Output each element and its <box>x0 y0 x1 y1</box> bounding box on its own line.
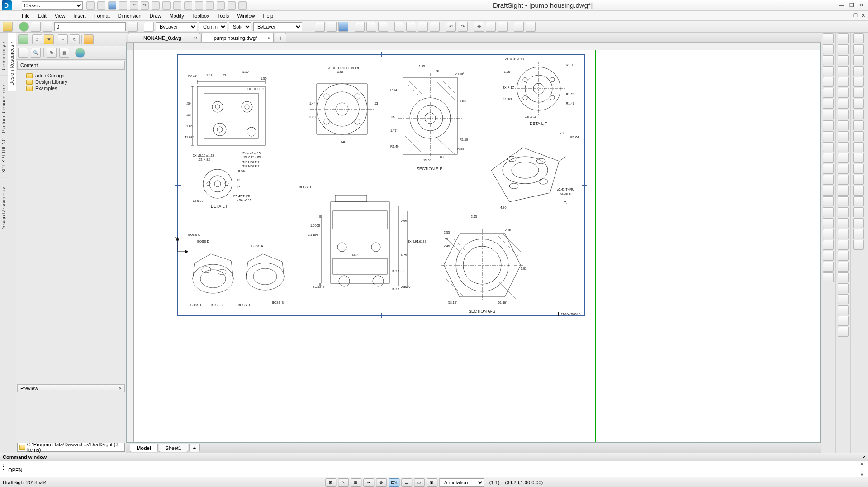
tb-properties-icon[interactable] <box>514 22 524 32</box>
dimtedit-icon[interactable] <box>853 218 864 228</box>
linecolor-select[interactable]: ByLayer <box>253 22 302 31</box>
jogline-icon[interactable] <box>853 196 864 206</box>
dim-icon[interactable] <box>206 1 214 10</box>
dimupdate-icon[interactable] <box>853 229 864 239</box>
dimstyle-icon[interactable] <box>853 240 864 250</box>
align-icon[interactable] <box>838 251 849 261</box>
menu-insert[interactable]: Insert <box>70 12 90 19</box>
layer-visible-icon[interactable] <box>19 22 29 32</box>
misc4-icon[interactable] <box>838 327 849 337</box>
layer-manager-icon[interactable] <box>3 22 13 32</box>
sheet-tab-model[interactable]: Model <box>130 444 158 452</box>
tb-redo-icon[interactable]: ↷ <box>458 22 468 32</box>
side-search-icon[interactable]: 🔍 <box>31 48 41 58</box>
side-favorites-icon[interactable]: ★ <box>44 34 54 44</box>
options-icon[interactable] <box>238 1 247 10</box>
break-icon[interactable] <box>838 153 849 163</box>
rectangle-icon[interactable] <box>823 66 834 76</box>
menu-window[interactable]: Window <box>233 12 258 19</box>
tb-print-icon[interactable] <box>355 22 365 32</box>
hatch-icon[interactable] <box>823 164 834 174</box>
status-snap-icon[interactable]: ⊞ <box>325 478 336 487</box>
side-home-icon[interactable] <box>18 34 28 44</box>
path-bar[interactable]: C:\ProgramData\Dassaul...s\DraftSight (3… <box>17 443 125 452</box>
layer-frozen-icon[interactable] <box>31 22 41 32</box>
insertblock-icon[interactable] <box>823 142 834 152</box>
save-icon[interactable] <box>108 1 116 10</box>
status-ortho-icon[interactable]: ⇥ <box>363 478 374 487</box>
gradient-icon[interactable] <box>823 175 834 185</box>
editspline-icon[interactable] <box>838 229 849 239</box>
erase-icon[interactable] <box>152 1 160 10</box>
dim-diameter-icon[interactable] <box>853 99 864 109</box>
tb-pan-icon[interactable]: ✥ <box>474 22 484 32</box>
command-close-icon[interactable]: × <box>863 454 865 460</box>
tb-pagelayout-icon[interactable] <box>378 22 388 32</box>
tb-cut-icon[interactable] <box>394 22 404 32</box>
maximize-button[interactable]: ❐ <box>849 2 854 8</box>
new-tab-button[interactable]: + <box>275 33 286 42</box>
dim-continue-icon[interactable] <box>853 131 864 141</box>
tb-copy-icon[interactable] <box>406 22 416 32</box>
status-grid-icon[interactable]: ▦ <box>351 478 361 487</box>
centermark-icon[interactable] <box>853 175 864 185</box>
menu-toolbox[interactable]: Toolbox <box>189 12 213 19</box>
layer-name-input[interactable] <box>54 22 126 31</box>
menu-edit[interactable]: Edit <box>34 12 50 19</box>
mirror-icon[interactable] <box>838 55 849 65</box>
tb-matchprops-icon[interactable] <box>430 22 440 32</box>
polyline-icon[interactable] <box>823 44 834 54</box>
tb-undo-icon[interactable]: ↶ <box>446 22 456 32</box>
dim-jogged-icon[interactable] <box>853 88 864 98</box>
block-icon[interactable] <box>195 1 203 10</box>
menu-format[interactable]: Format <box>90 12 114 19</box>
xline-icon[interactable] <box>823 251 834 261</box>
menu-modify[interactable]: Modify <box>166 12 187 19</box>
ellipsearc-icon[interactable] <box>823 131 834 141</box>
tab-close-icon[interactable]: × <box>194 35 197 41</box>
doc-tab-noname[interactable]: NONAME_0.dwg × <box>128 33 200 42</box>
color-swatch-icon[interactable] <box>144 22 154 32</box>
arc-icon[interactable] <box>823 77 834 87</box>
dim-break-icon[interactable] <box>853 153 864 163</box>
open-icon[interactable] <box>97 1 105 10</box>
line-icon[interactable] <box>823 33 834 43</box>
ray-icon[interactable] <box>823 240 834 250</box>
point-icon[interactable] <box>823 229 834 239</box>
spline-icon[interactable] <box>823 110 834 119</box>
tb-references-icon[interactable] <box>526 22 536 32</box>
tab-community[interactable]: Community× <box>0 33 8 76</box>
misc2-icon[interactable] <box>838 305 849 315</box>
dim-linear-icon[interactable] <box>853 33 864 43</box>
tb-new-icon[interactable] <box>315 22 325 32</box>
status-model-icon[interactable]: ▣ <box>427 478 437 487</box>
redo-icon[interactable]: ↷ <box>141 1 149 10</box>
circle-icon[interactable] <box>823 88 834 98</box>
scroll-down-icon[interactable]: ▼ <box>860 473 867 477</box>
chamfer-icon[interactable] <box>838 175 849 185</box>
trim-icon[interactable] <box>838 131 849 141</box>
doc-tab-pumphousing[interactable]: pump housing.dwg* × <box>201 33 274 42</box>
dim-angular-icon[interactable] <box>853 110 864 119</box>
close-button[interactable]: ✕ <box>859 2 863 8</box>
fillet-icon[interactable] <box>838 186 849 196</box>
sheet-tab-sheet1[interactable]: Sheet1 <box>159 444 188 452</box>
menu-view[interactable]: View <box>51 12 69 19</box>
move-icon[interactable] <box>838 88 849 98</box>
scroll-up-icon[interactable]: ▲ <box>860 461 867 466</box>
resource-tree[interactable]: addinConfigs Design Library Examples <box>16 71 126 383</box>
dim-ordinate-icon[interactable] <box>853 66 864 76</box>
erase-icon[interactable] <box>838 33 849 43</box>
doc-maximize-button[interactable]: ❐ <box>853 13 858 19</box>
tb-paste-icon[interactable] <box>418 22 428 32</box>
rotate-icon[interactable] <box>838 99 849 109</box>
tb-open-icon[interactable] <box>327 22 337 32</box>
join-icon[interactable] <box>838 164 849 174</box>
tab-design-resources[interactable]: Design Resources× <box>0 178 8 236</box>
find-icon[interactable] <box>228 1 236 10</box>
side-forward-icon[interactable]: ↻ <box>70 34 80 44</box>
dim-radius-icon[interactable] <box>853 77 864 87</box>
edit-icon[interactable] <box>173 1 181 10</box>
note2-icon[interactable] <box>823 218 834 228</box>
drawing-viewport[interactable]: R6.47 1.48 .78 3.10 1.55 .50 .33 1.85 41… <box>126 43 821 443</box>
